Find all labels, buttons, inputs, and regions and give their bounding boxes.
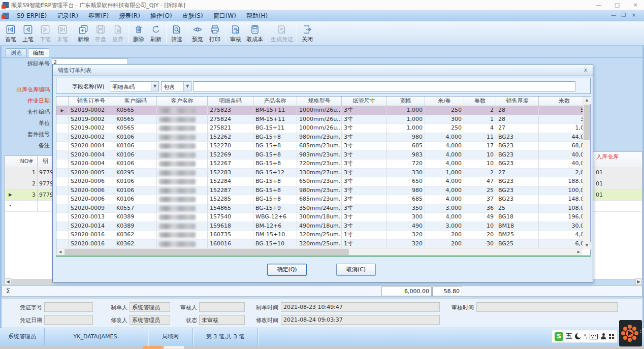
table-row[interactable]: S2020-0004K0106152269BG-15+8983mm/23um..… xyxy=(56,151,590,160)
table-row[interactable]: 297792 xyxy=(5,178,53,189)
column-header[interactable]: 客户名称 xyxy=(157,97,208,106)
redacted-customer-name xyxy=(159,179,196,184)
table-row[interactable]: S2020-0004K0106152270BG-15+8685mm/23um..… xyxy=(56,142,590,151)
column-header[interactable]: 卷数 xyxy=(464,97,496,106)
menu-item-skins[interactable]: 皮肤(S) xyxy=(177,10,208,21)
table-row[interactable]: S2020-0005K0295152283BG-15+12330mm/27um.… xyxy=(56,169,590,178)
person-icon[interactable] xyxy=(600,333,606,339)
sogou-icon[interactable]: S xyxy=(555,332,563,341)
column-header[interactable]: 客户编码 xyxy=(114,97,157,106)
cancel-button[interactable]: 取消(C) xyxy=(336,264,376,276)
chevron-down-icon[interactable]: ▼ xyxy=(151,82,158,91)
apps-icon[interactable] xyxy=(609,334,615,339)
table-row[interactable]: S2020-0006K0106152284BG-15+8650mm/23um..… xyxy=(56,177,590,186)
column-header[interactable]: 销售订单号 xyxy=(69,97,114,106)
taskbar[interactable] xyxy=(0,346,644,349)
table-row[interactable]: S2020-0016K0362160735BM-15+10320mm/25um.… xyxy=(56,231,590,240)
add-button[interactable]: 新增 xyxy=(75,21,92,45)
scroll-up-icon[interactable]: ▲ xyxy=(583,97,591,104)
mdi-close-icon[interactable]: × xyxy=(630,12,638,18)
table-row[interactable]: S2020-0016K0362160016BG-15+10320mm/25um.… xyxy=(56,240,590,249)
get-cost-button[interactable]: 取成本 xyxy=(244,21,265,45)
vertical-scrollbar[interactable]: ▲ ▼ xyxy=(583,97,590,249)
tab-browse[interactable]: 浏览 xyxy=(6,48,27,58)
scroll-left-icon[interactable]: ◀ xyxy=(5,278,11,285)
scroll-down-icon[interactable]: ▼ xyxy=(583,242,591,249)
column-header-barcode[interactable]: 明 xyxy=(38,156,53,167)
moon-icon[interactable] xyxy=(575,333,581,339)
table-row[interactable]: ▶S2019-0002K0565275823BM-15+111000mm/26u… xyxy=(56,106,590,115)
first-button[interactable]: 首笔 xyxy=(2,21,19,45)
menu-item-window[interactable]: 窗口(W) xyxy=(208,10,241,21)
table-row[interactable]: S2020-0006K0106152287BG-15+8980mm/23um..… xyxy=(56,186,590,196)
column-header[interactable]: 规格型号 xyxy=(297,97,342,106)
corner-app-logo[interactable]: •• xyxy=(619,320,642,346)
column-header[interactable]: 纸管尺寸 xyxy=(342,97,387,106)
redacted-customer-name xyxy=(159,241,196,247)
more-dots-icon: •• xyxy=(639,330,641,334)
table-row[interactable]: S2020-0009K0557154865BG-15+9350mm/24um..… xyxy=(56,204,590,213)
audit-button[interactable]: 审核 xyxy=(227,21,244,45)
table-row[interactable]: ▶397792 xyxy=(5,189,53,201)
prev-button[interactable]: 上笔 xyxy=(19,21,37,45)
column-header-in-warehouse[interactable]: 入库仓库 xyxy=(594,152,641,167)
table-row[interactable]: 197792 xyxy=(5,167,53,178)
scrollbar-thumb[interactable] xyxy=(65,249,349,255)
refresh-button[interactable]: 刷新 xyxy=(147,21,165,45)
horizontal-scrollbar[interactable]: ◀ ▶ xyxy=(56,248,583,256)
field-select[interactable]: 明细条码 ▼ xyxy=(110,81,159,91)
menu-item-operations[interactable]: 操作(O) xyxy=(145,10,177,21)
menu-item-interface[interactable]: 界面(F) xyxy=(83,10,114,21)
mdi-restore-icon[interactable]: ❐ xyxy=(620,12,628,18)
preview-button[interactable]: 预览 xyxy=(189,21,206,45)
minimize-icon[interactable]: — xyxy=(590,0,607,10)
field-name-label: 字段名称(W) xyxy=(72,83,104,90)
table-row[interactable]: • xyxy=(5,201,53,212)
operator-select[interactable]: 包含 ▼ xyxy=(161,81,191,91)
table-row[interactable]: S2020-0004K0106152267BG-15+8720mm/23um..… xyxy=(56,160,590,169)
menu-item-reports[interactable]: 报表(R) xyxy=(114,10,145,21)
taskbar-active-app[interactable] xyxy=(143,346,164,349)
menu-item-s9-erp[interactable]: S9 ERP(E) xyxy=(12,10,52,21)
scrollbar-track[interactable] xyxy=(12,279,54,284)
column-header[interactable]: 明细条码 xyxy=(208,97,253,106)
discard-button: 放弃 xyxy=(109,21,126,45)
punctuation-icon[interactable]: °, xyxy=(584,333,587,340)
print-icon xyxy=(209,24,220,35)
column-header-no[interactable]: NO# xyxy=(16,156,38,167)
maximize-icon[interactable]: □ xyxy=(608,0,626,10)
close-button[interactable]: 关闭 xyxy=(299,21,316,45)
table-row[interactable]: S2019-0002K0565275821BG-15+111000mm/26u.… xyxy=(56,124,590,133)
menu-item-help[interactable]: 帮助(H) xyxy=(241,10,273,21)
scroll-right-icon[interactable]: ▶ xyxy=(575,248,583,256)
table-row[interactable]: S2020-0006K0106152285BG-15+8685mm/23um..… xyxy=(56,195,590,204)
column-header[interactable]: 米/卷 xyxy=(425,97,464,106)
scroll-right-icon[interactable]: ▶ xyxy=(635,278,642,285)
tab-edit[interactable]: 编辑 xyxy=(28,48,49,58)
delete-button[interactable]: 删除 xyxy=(130,21,147,45)
column-header[interactable]: 销售厚度 xyxy=(496,97,539,106)
keyboard-icon[interactable] xyxy=(590,334,598,339)
taskbar-app[interactable] xyxy=(164,346,184,349)
filter-button[interactable]: 筛选 xyxy=(168,21,185,45)
table-row[interactable]: S2020-0002K0106152262BG-15+8980mm/23um..… xyxy=(56,133,590,142)
chevron-down-icon[interactable]: ▼ xyxy=(183,82,191,91)
dialog-close-icon[interactable]: x xyxy=(582,66,590,74)
column-header[interactable]: 宽幅 xyxy=(387,97,425,106)
column-header[interactable]: 产品名称 xyxy=(253,97,297,106)
scrollbar-thumb[interactable] xyxy=(584,105,590,140)
table-row[interactable]: S2019-0002K0565275824BM-15+111000mm/26u.… xyxy=(56,115,590,124)
close-icon[interactable]: × xyxy=(627,0,644,10)
table-row[interactable]: S2020-0013K0389157540WBG-12+6300mm/18um.… xyxy=(56,213,590,222)
wubi-icon[interactable]: 五 xyxy=(566,332,572,341)
scroll-left-icon[interactable]: ◀ xyxy=(56,248,64,256)
filter-keyword-input[interactable] xyxy=(193,81,575,91)
mdi-minimize-icon[interactable]: — xyxy=(609,12,618,18)
menu-item-records[interactable]: 记录(R) xyxy=(52,10,83,21)
form-icon xyxy=(3,13,9,19)
toolbar-separator xyxy=(187,23,187,43)
table-row[interactable]: S2020-0014K0389159618BM-12+6490mm/18um..… xyxy=(56,222,590,231)
ok-button[interactable]: 确定(Q) xyxy=(267,264,307,276)
detail-grid: NO# 明 197792297792▶397792• xyxy=(5,155,54,280)
print-button[interactable]: 打印 xyxy=(206,21,223,45)
